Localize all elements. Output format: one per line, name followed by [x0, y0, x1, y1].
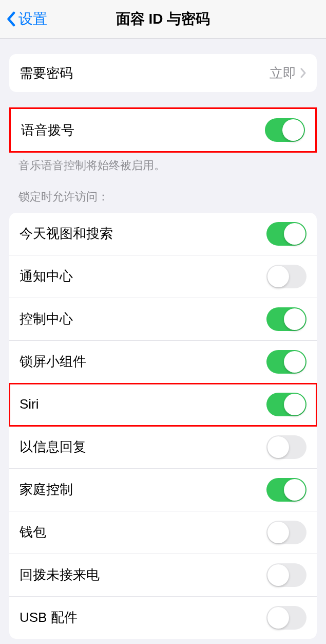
require-passcode-row[interactable]: 需要密码 立即: [9, 54, 317, 92]
usb-accessories-footer: iPhone 锁定超过一小时后，需先解锁 iPhone 才能允许USB 配件连接…: [0, 639, 326, 644]
return-missed-calls-toggle[interactable]: [266, 563, 306, 587]
usb-accessories-label: USB 配件: [20, 609, 78, 627]
chevron-right-icon: [300, 68, 306, 78]
locked-access-header: 锁定时允许访问：: [0, 174, 326, 210]
wallet-toggle[interactable]: [266, 521, 306, 544]
control-center-toggle[interactable]: [266, 307, 306, 331]
home-control-toggle[interactable]: [266, 478, 306, 502]
page-title: 面容 ID 与密码: [116, 9, 210, 29]
require-passcode-section: 需要密码 立即: [9, 54, 317, 92]
control-center-label: 控制中心: [20, 310, 73, 328]
usb-accessories-row: USB 配件: [9, 597, 317, 639]
home-control-label: 家庭控制: [20, 481, 73, 499]
reply-with-message-label: 以信息回复: [20, 438, 86, 456]
voice-dial-label: 语音拨号: [21, 121, 74, 139]
wallet-label: 钱包: [20, 523, 46, 541]
locked-access-section: 今天视图和搜索 通知中心 控制中心 锁屏小组件 Siri 以信息回复 家庭控制: [9, 213, 317, 639]
navigation-header: 设置 面容 ID 与密码: [0, 0, 326, 39]
lock-screen-widgets-row: 锁屏小组件: [9, 341, 317, 383]
require-passcode-value: 立即: [270, 64, 296, 82]
notification-center-row: 通知中心: [9, 255, 317, 298]
back-button[interactable]: 设置: [6, 9, 47, 29]
siri-row: Siri: [9, 383, 317, 426]
lock-screen-widgets-toggle[interactable]: [266, 350, 306, 374]
control-center-row: 控制中心: [9, 298, 317, 341]
usb-accessories-toggle[interactable]: [266, 606, 306, 630]
return-missed-calls-label: 回拨未接来电: [20, 566, 100, 584]
notification-center-toggle[interactable]: [266, 265, 306, 288]
voice-dial-section: 语音拨号: [9, 107, 317, 153]
reply-with-message-toggle[interactable]: [266, 435, 306, 459]
wallet-row: 钱包: [9, 511, 317, 554]
reply-with-message-row: 以信息回复: [9, 426, 317, 469]
today-view-label: 今天视图和搜索: [20, 225, 113, 243]
today-view-row: 今天视图和搜索: [9, 213, 317, 255]
siri-label: Siri: [20, 396, 39, 412]
chevron-left-icon: [6, 11, 15, 27]
notification-center-label: 通知中心: [20, 267, 73, 285]
return-missed-calls-row: 回拨未接来电: [9, 554, 317, 597]
today-view-toggle[interactable]: [266, 222, 306, 246]
siri-toggle[interactable]: [266, 393, 306, 416]
require-passcode-label: 需要密码: [20, 64, 73, 82]
home-control-row: 家庭控制: [9, 469, 317, 511]
voice-dial-row: 语音拨号: [11, 109, 315, 151]
voice-dial-footer: 音乐语音控制将始终被启用。: [0, 153, 326, 174]
lock-screen-widgets-label: 锁屏小组件: [20, 353, 86, 371]
voice-dial-toggle[interactable]: [265, 118, 305, 142]
back-label: 设置: [18, 9, 47, 29]
